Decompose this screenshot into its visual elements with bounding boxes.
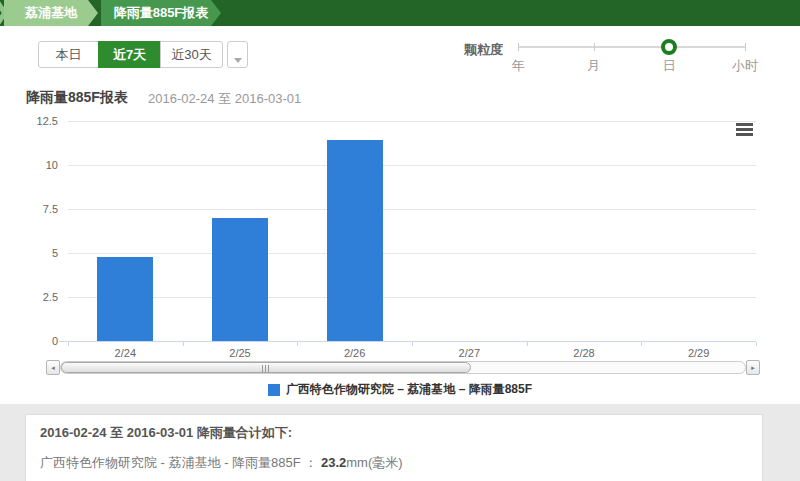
chart-date-range: 2016-02-24 至 2016-03-01 xyxy=(148,90,301,108)
granularity-slider-track[interactable] xyxy=(518,46,745,48)
gridline xyxy=(68,297,756,298)
chart-export-menu-icon[interactable] xyxy=(736,123,753,136)
summary-entry-value: 23.2 xyxy=(321,455,346,470)
x-axis-label: 2/29 xyxy=(641,347,756,359)
breadcrumb: 荔浦基地 降雨量885F报表 xyxy=(0,0,800,26)
scrollbar-right-arrow-icon[interactable]: ▸ xyxy=(746,360,760,375)
gridline xyxy=(68,209,756,210)
legend-label: 广西特色作物研究院 – 荔浦基地 – 降雨量885F xyxy=(286,381,532,398)
x-axis-label: 2/28 xyxy=(527,347,642,359)
bar-2/24[interactable] xyxy=(97,257,153,341)
breadcrumb-item-base-label: 荔浦基地 xyxy=(25,5,77,20)
breadcrumb-item-report-label: 降雨量885F报表 xyxy=(114,5,209,20)
summary-box: 2016-02-24 至 2016-03-01 降雨量合计如下: 广西特色作物研… xyxy=(25,414,763,481)
scrollbar-thumb[interactable] xyxy=(61,362,471,373)
slider-option-日[interactable]: 日 xyxy=(639,57,699,75)
scrollbar-left-arrow-icon[interactable]: ◂ xyxy=(46,360,60,375)
gridline xyxy=(68,253,756,254)
scrollbar-grip-icon xyxy=(262,365,270,372)
slider-option-月[interactable]: 月 xyxy=(564,57,624,75)
gridline xyxy=(68,121,756,122)
slider-option-小时[interactable]: 小时 xyxy=(715,57,775,75)
x-axis-tick xyxy=(297,342,298,346)
slider-tick xyxy=(594,43,595,51)
y-axis-label: 12.5 xyxy=(16,115,58,127)
bar-2/25[interactable] xyxy=(212,218,268,341)
x-axis-label: 2/24 xyxy=(68,347,183,359)
range-button-7days[interactable]: 近7天 xyxy=(98,41,161,68)
x-axis-tick xyxy=(412,342,413,346)
summary-entry-prefix: 广西特色作物研究院 - 荔浦基地 - 降雨量885F ： xyxy=(40,455,321,470)
chart-title: 降雨量885F报表 xyxy=(26,89,128,107)
summary-entry-unit: mm(毫米) xyxy=(346,455,402,470)
summary-region: 2016-02-24 至 2016-03-01 降雨量合计如下: 广西特色作物研… xyxy=(0,404,800,481)
summary-heading: 2016-02-24 至 2016-03-01 降雨量合计如下: xyxy=(40,424,762,442)
range-button-today[interactable]: 本日 xyxy=(38,41,99,68)
chart-legend-item[interactable]: 广西特色作物研究院 – 荔浦基地 – 降雨量885F xyxy=(0,381,800,398)
slider-option-年[interactable]: 年 xyxy=(488,57,548,75)
gridline xyxy=(68,165,756,166)
slider-tick xyxy=(745,43,746,51)
rainfall-bar-chart: 02.557.51012.52/242/252/262/272/282/29 xyxy=(0,107,800,360)
x-axis-label: 2/27 xyxy=(412,347,527,359)
x-axis-tick xyxy=(183,342,184,346)
y-axis-label: 0 xyxy=(16,335,58,347)
x-axis-label: 2/26 xyxy=(297,347,412,359)
x-axis-label: 2/25 xyxy=(183,347,298,359)
y-axis-label: 10 xyxy=(16,159,58,171)
x-axis-tick xyxy=(68,342,69,346)
x-axis-tick xyxy=(756,342,757,346)
range-button-30days[interactable]: 近30天 xyxy=(160,41,223,68)
caret-down-icon xyxy=(234,58,242,63)
x-axis-tick xyxy=(641,342,642,346)
legend-swatch-icon xyxy=(268,384,280,396)
chart-scrollbar[interactable]: ◂ ▸ xyxy=(46,360,760,375)
y-axis-label: 5 xyxy=(16,247,58,259)
scrollbar-track[interactable] xyxy=(60,361,746,374)
breadcrumb-item-report[interactable]: 降雨量885F报表 xyxy=(101,0,221,26)
x-axis-line xyxy=(59,341,756,342)
slider-tick xyxy=(518,43,519,51)
breadcrumb-item-base[interactable]: 荔浦基地 xyxy=(4,0,98,26)
granularity-slider-handle[interactable] xyxy=(661,39,677,55)
y-axis-label: 7.5 xyxy=(16,203,58,215)
range-dropdown-button[interactable] xyxy=(227,41,248,68)
x-axis-tick xyxy=(527,342,528,346)
y-axis-label: 2.5 xyxy=(16,291,58,303)
page: 荔浦基地 降雨量885F报表 本日 近7天 近30天 颗粒度 年月日小时 降雨量… xyxy=(0,0,800,481)
bar-2/26[interactable] xyxy=(327,140,383,341)
summary-line: 广西特色作物研究院 - 荔浦基地 - 降雨量885F ： 23.2mm(毫米) xyxy=(40,454,762,472)
